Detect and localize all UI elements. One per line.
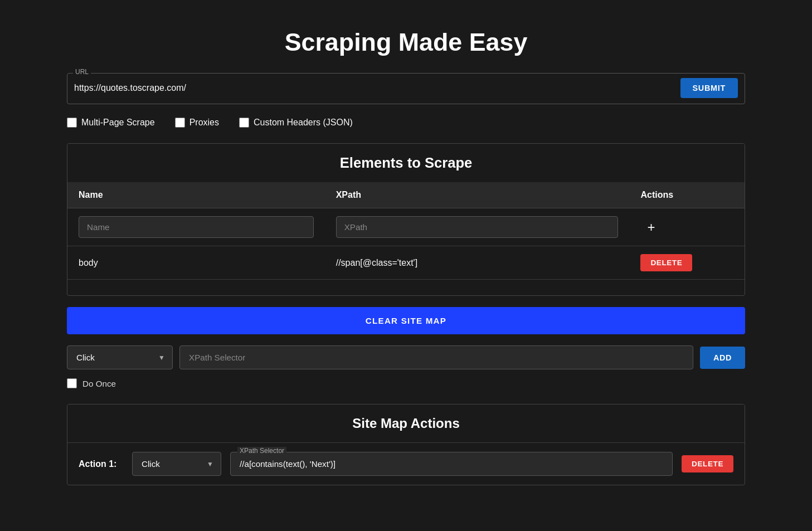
proxies-checkbox[interactable]	[175, 118, 185, 128]
add-element-button[interactable]: +	[640, 217, 662, 237]
click-action-select[interactable]: Click Select Input Scroll	[67, 345, 173, 369]
action-label: Action 1:	[79, 459, 123, 469]
submit-button[interactable]: SUBMIT	[680, 78, 738, 98]
do-once-label: Do Once	[82, 379, 116, 388]
custom-headers-checkbox[interactable]	[239, 118, 249, 128]
row-name-cell: body	[67, 246, 325, 280]
new-name-cell	[67, 208, 325, 246]
col-header-name: Name	[67, 182, 325, 208]
delete-action-button[interactable]: DELETE	[682, 455, 733, 472]
row-xpath-cell: //span[@class='text']	[325, 246, 630, 280]
new-name-input[interactable]	[79, 216, 314, 238]
clear-sitemap-button[interactable]: CLEAR SITE MAP	[67, 307, 745, 334]
site-map-actions-title: Site Map Actions	[67, 405, 745, 443]
row-actions-cell: DELETE	[629, 246, 745, 280]
url-input[interactable]	[74, 81, 674, 95]
elements-table: Name XPath Actions + body	[67, 182, 745, 295]
elements-title: Elements to Scrape	[67, 144, 745, 182]
xpath-selector-field-label: XPath Selector	[237, 447, 286, 455]
row-name-value: body	[79, 258, 98, 267]
multi-page-label: Multi-Page Scrape	[81, 118, 155, 128]
add-click-action-button[interactable]: ADD	[700, 347, 745, 369]
click-select-wrapper: Click Select Input Scroll ▼	[67, 345, 173, 369]
row-xpath-value: //span[@class='text']	[336, 258, 417, 267]
click-action-row: Click Select Input Scroll ▼ ADD	[67, 345, 745, 369]
url-section: URL SUBMIT	[67, 73, 745, 104]
table-header-row: Name XPath Actions	[67, 182, 745, 208]
new-actions-cell: +	[629, 208, 745, 246]
elements-section: Elements to Scrape Name XPath Actions +	[67, 143, 745, 296]
multi-page-checkbox-item[interactable]: Multi-Page Scrape	[67, 118, 155, 128]
proxies-checkbox-item[interactable]: Proxies	[175, 118, 219, 128]
url-label: URL	[73, 68, 91, 76]
action-select-wrapper: Click Select Input Scroll ▼	[132, 452, 221, 476]
new-element-row: +	[67, 208, 745, 246]
custom-headers-checkbox-item[interactable]: Custom Headers (JSON)	[239, 118, 353, 128]
do-once-checkbox[interactable]	[67, 378, 77, 388]
empty-row	[67, 280, 745, 296]
delete-row-button[interactable]: DELETE	[640, 254, 692, 271]
site-map-actions-section: Site Map Actions Action 1: Click Select …	[67, 404, 745, 485]
proxies-label: Proxies	[189, 118, 219, 128]
new-xpath-input[interactable]	[336, 216, 619, 238]
col-header-actions: Actions	[629, 182, 745, 208]
page-title: Scraping Made Easy	[67, 11, 745, 73]
action-xpath-input[interactable]	[231, 452, 672, 475]
new-xpath-cell	[325, 208, 630, 246]
do-once-row: Do Once	[67, 378, 745, 388]
col-header-xpath: XPath	[325, 182, 630, 208]
click-xpath-input[interactable]	[179, 345, 693, 369]
action-row: Action 1: Click Select Input Scroll ▼ XP…	[67, 443, 745, 485]
custom-headers-label: Custom Headers (JSON)	[254, 118, 353, 128]
multi-page-checkbox[interactable]	[67, 118, 77, 128]
options-row: Multi-Page Scrape Proxies Custom Headers…	[67, 118, 745, 128]
action-type-select[interactable]: Click Select Input Scroll	[132, 452, 221, 476]
table-row: body //span[@class='text'] DELETE	[67, 246, 745, 280]
xpath-selector-field-wrapper: XPath Selector	[230, 452, 673, 476]
